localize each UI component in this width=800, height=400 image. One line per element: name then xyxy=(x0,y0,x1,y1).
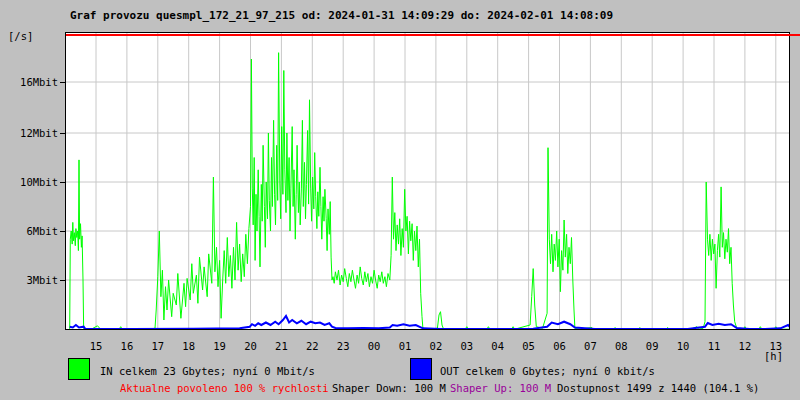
limit-line xyxy=(66,34,800,36)
x-tick-label: 17 xyxy=(147,340,169,352)
x-tick-label: 00 xyxy=(363,340,385,352)
y-tick-label: 6Mbit xyxy=(4,225,58,237)
x-tick-label: 15 xyxy=(85,340,107,352)
y-tick-mark xyxy=(60,182,65,183)
x-tick-label: 23 xyxy=(332,340,354,352)
legend-in-swatch xyxy=(68,358,90,380)
x-tick-label: 16 xyxy=(116,340,138,352)
y-axis-unit-label: [/s] xyxy=(8,30,33,42)
x-tick-label: 05 xyxy=(518,340,540,352)
shaper-down-status: Shaper Down: 100 M xyxy=(332,382,446,394)
series-in xyxy=(70,53,789,329)
legend-out-swatch xyxy=(410,358,432,380)
x-tick-label: 08 xyxy=(610,340,632,352)
page-title: Graf provozu quesmpl_172_21_97_215 od: 2… xyxy=(70,9,613,22)
x-tick-label: 10 xyxy=(672,340,694,352)
x-tick-label: 22 xyxy=(301,340,323,352)
y-tick-mark xyxy=(60,280,65,281)
x-tick-label: 02 xyxy=(425,340,447,352)
y-tick-label: 10Mbit xyxy=(4,176,58,188)
y-tick-mark xyxy=(60,231,65,232)
y-tick-mark xyxy=(60,82,65,83)
x-tick-label: 21 xyxy=(270,340,292,352)
x-tick-label: 09 xyxy=(641,340,663,352)
y-tick-label: 3Mbit xyxy=(4,274,58,286)
x-tick-label: 19 xyxy=(209,340,231,352)
legend-out-label: OUT celkem 0 Gbytes; nyní 0 kbit/s xyxy=(440,365,655,377)
traffic-chart-canvas xyxy=(65,32,790,330)
x-tick-label: 04 xyxy=(487,340,509,352)
x-tick-label: 20 xyxy=(240,340,262,352)
x-tick-label: 03 xyxy=(456,340,478,352)
y-tick-label: 12Mbit xyxy=(4,127,58,139)
traffic-graph-page: { "title": "Graf provozu quesmpl_172_21_… xyxy=(0,0,800,400)
series-out xyxy=(70,316,789,329)
x-tick-label: 01 xyxy=(394,340,416,352)
x-tick-label: 13 xyxy=(765,340,787,352)
chart-svg xyxy=(66,33,789,329)
x-tick-label: 06 xyxy=(549,340,571,352)
y-tick-mark xyxy=(60,133,65,134)
x-tick-label: 18 xyxy=(178,340,200,352)
y-tick-label: 16Mbit xyxy=(4,76,58,88)
legend-in-label: IN celkem 23 Gbytes; nyní 0 Mbit/s xyxy=(100,365,315,377)
x-tick-label: 07 xyxy=(579,340,601,352)
availability-status: Dostupnost 1499 z 1440 (104.1 %) xyxy=(557,382,759,394)
allowed-speed-status: Aktualne povoleno 100 % rychlosti xyxy=(120,382,329,394)
x-tick-label: 12 xyxy=(734,340,756,352)
shaper-up-status: Shaper Up: 100 M xyxy=(450,382,551,394)
x-tick-label: 11 xyxy=(703,340,725,352)
